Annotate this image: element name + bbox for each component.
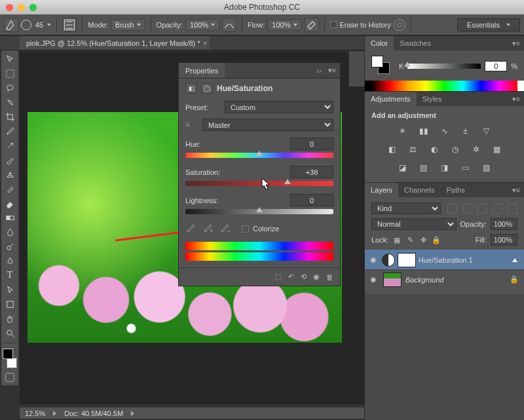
- slider-thumb[interactable]: [256, 207, 263, 212]
- blur-tool[interactable]: [1, 225, 18, 239]
- panel-menu-icon[interactable]: ▾≡: [508, 95, 524, 104]
- posterize-icon[interactable]: ▤: [418, 162, 430, 173]
- filter-adjustment-icon[interactable]: [462, 204, 472, 214]
- saturation-slider[interactable]: [185, 181, 333, 186]
- panel-menu-icon[interactable]: ▾≡: [508, 39, 524, 48]
- layer-name[interactable]: Background: [405, 276, 506, 284]
- color-balance-icon[interactable]: ⚖: [407, 144, 419, 155]
- workspace-switcher[interactable]: Essentials: [457, 18, 520, 31]
- layer-popup-icon[interactable]: [512, 258, 517, 262]
- invert-icon[interactable]: ◪: [397, 162, 409, 173]
- mode-select[interactable]: Brush: [111, 19, 145, 31]
- layer-name[interactable]: Hue/Saturation 1: [419, 256, 519, 264]
- channel-mixer-icon[interactable]: ✲: [470, 144, 482, 155]
- panel-collapse-icon[interactable]: ››: [314, 67, 324, 75]
- tab-paths[interactable]: Paths: [441, 183, 471, 197]
- slider-thumb[interactable]: [284, 179, 291, 184]
- type-tool[interactable]: T: [1, 268, 18, 282]
- view-previous-icon[interactable]: ↶: [288, 273, 294, 281]
- path-select-tool[interactable]: [1, 282, 18, 297]
- brush-preset-picker[interactable]: 45: [21, 20, 51, 30]
- collapsed-panel-strip[interactable]: [348, 50, 364, 87]
- history-brush-tool[interactable]: [1, 181, 18, 196]
- exposure-icon[interactable]: ±: [460, 126, 472, 136]
- layer-row[interactable]: ◉ Hue/Saturation 1: [365, 250, 524, 269]
- layer-thumb[interactable]: [383, 273, 402, 287]
- tab-channels[interactable]: Channels: [398, 183, 440, 197]
- panel-menu-icon[interactable]: ▾≡: [324, 66, 340, 75]
- filter-shape-icon[interactable]: [493, 204, 502, 214]
- foreground-color-swatch[interactable]: [3, 349, 13, 359]
- photo-filter-icon[interactable]: ◷: [449, 144, 461, 155]
- threshold-icon[interactable]: ◨: [439, 162, 451, 173]
- layer-mask-thumb[interactable]: [398, 253, 416, 267]
- tab-layers[interactable]: Layers: [365, 183, 398, 197]
- slider-thumb[interactable]: [256, 151, 263, 156]
- colorize-checkbox[interactable]: [242, 225, 249, 233]
- clone-stamp-tool[interactable]: [1, 167, 18, 181]
- flow-input[interactable]: 100%: [267, 19, 301, 31]
- layer-filter-kind-select[interactable]: Kind: [371, 202, 441, 214]
- filter-pixel-icon[interactable]: [447, 204, 457, 214]
- opacity-pressure-toggle[interactable]: [222, 18, 236, 32]
- selective-color-icon[interactable]: ▧: [481, 162, 493, 173]
- curves-icon[interactable]: ∿: [439, 126, 451, 136]
- brush-tool[interactable]: [1, 153, 18, 167]
- tab-swatches[interactable]: Swatches: [394, 36, 437, 50]
- opacity-input[interactable]: 100%: [185, 19, 219, 31]
- tab-color[interactable]: Color: [365, 36, 394, 50]
- background-color-swatch[interactable]: [7, 358, 17, 368]
- reset-icon[interactable]: ⟲: [301, 273, 307, 281]
- airbrush-toggle[interactable]: [305, 18, 319, 32]
- trash-icon[interactable]: 🗑: [326, 273, 333, 281]
- zoom-tool[interactable]: [1, 326, 18, 340]
- fg-bg-colors[interactable]: [3, 349, 17, 368]
- brush-panel-toggle[interactable]: [62, 18, 77, 32]
- eraser-tool[interactable]: [1, 196, 18, 210]
- healing-brush-tool[interactable]: [1, 138, 18, 153]
- status-arrow-icon[interactable]: [53, 411, 56, 416]
- panel-menu-icon[interactable]: ▾≡: [508, 186, 524, 195]
- gradient-tool[interactable]: [1, 210, 18, 225]
- lightness-value-input[interactable]: [290, 194, 333, 206]
- move-tool[interactable]: [1, 52, 18, 66]
- tab-styles[interactable]: Styles: [417, 92, 448, 106]
- gradient-map-icon[interactable]: ▭: [460, 162, 472, 173]
- lightness-slider[interactable]: [185, 209, 333, 214]
- document-tab[interactable]: pink.JPG @ 12.5% (Hue/Saturation 1, Laye…: [20, 36, 210, 50]
- layer-opacity-input[interactable]: 100%: [491, 218, 517, 230]
- color-ramp[interactable]: [365, 81, 524, 91]
- saturation-value-input[interactable]: [290, 166, 333, 178]
- levels-icon[interactable]: ▮▮: [418, 126, 430, 136]
- eyedropper-add-icon[interactable]: [202, 223, 213, 234]
- color-lookup-icon[interactable]: ▦: [491, 144, 503, 155]
- layer-row[interactable]: ◉ Background 🔒: [365, 269, 524, 289]
- eyedropper-sample-icon[interactable]: [185, 223, 196, 234]
- tool-preset-picker[interactable]: [4, 18, 18, 32]
- eyedropper-tool[interactable]: [1, 124, 18, 138]
- zoom-level[interactable]: 12.5%: [25, 410, 45, 417]
- blend-mode-select[interactable]: Normal: [371, 218, 457, 230]
- color-fgbg-swatch[interactable]: [371, 56, 390, 74]
- adjustment-layer-thumb[interactable]: [382, 254, 395, 267]
- lock-position-icon[interactable]: ✥: [419, 235, 428, 244]
- quick-select-tool[interactable]: [1, 95, 18, 109]
- doc-size[interactable]: Doc: 40.5M/40.5M: [64, 410, 123, 417]
- bw-icon[interactable]: ◐: [428, 144, 440, 155]
- brightness-contrast-icon[interactable]: ☀: [397, 126, 409, 136]
- lasso-tool[interactable]: [1, 81, 18, 95]
- preset-select[interactable]: Custom: [225, 101, 333, 113]
- lock-transparent-icon[interactable]: ▦: [392, 235, 402, 244]
- lock-all-icon[interactable]: 🔒: [432, 235, 441, 244]
- k-slider[interactable]: [407, 64, 481, 69]
- clip-to-layer-icon[interactable]: ⬚: [275, 273, 282, 281]
- status-arrow-icon[interactable]: [131, 411, 134, 416]
- pen-tool[interactable]: [1, 254, 18, 268]
- hue-slider[interactable]: [185, 153, 333, 158]
- visibility-toggle-icon[interactable]: ◉: [370, 275, 379, 284]
- history-target-icon[interactable]: [394, 19, 405, 31]
- eyedropper-subtract-icon[interactable]: [219, 223, 230, 234]
- hue-sat-icon[interactable]: ◧: [386, 144, 398, 155]
- color-range-select[interactable]: Master: [202, 119, 333, 131]
- layer-fill-input[interactable]: 100%: [491, 234, 517, 246]
